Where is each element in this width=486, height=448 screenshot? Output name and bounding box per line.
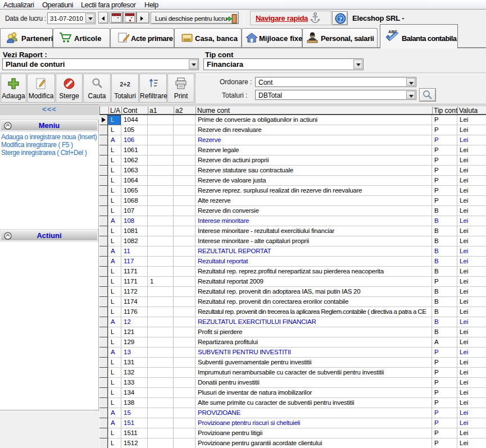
svg-text:?: ? — [339, 15, 343, 23]
